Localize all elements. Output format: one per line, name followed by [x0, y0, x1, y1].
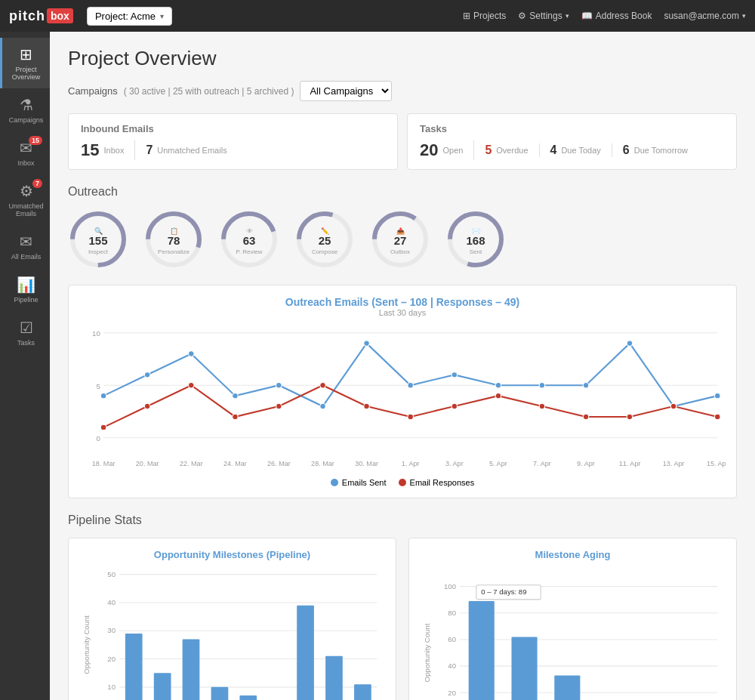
settings-chevron-icon: ▾	[565, 12, 569, 20]
unmatched-icon: ⚙	[20, 182, 33, 200]
campaigns-dropdown[interactable]: All Campaigns	[300, 81, 392, 101]
svg-point-42	[364, 341, 369, 346]
svg-text:168: 168	[466, 234, 485, 247]
nav-projects-link[interactable]: ⊞ Projects	[463, 11, 506, 21]
svg-text:Inspect: Inspect	[88, 248, 109, 255]
inbox-label: Inbox	[103, 146, 124, 155]
main-content: Project Overview Campaigns ( 30 active |…	[50, 32, 755, 700]
svg-text:40: 40	[107, 598, 116, 606]
svg-text:26. Mar: 26. Mar	[267, 460, 291, 467]
svg-text:3. Apr: 3. Apr	[445, 460, 464, 467]
inbox-count: 15	[81, 140, 99, 160]
svg-text:30. Mar: 30. Mar	[355, 460, 378, 467]
svg-point-51	[100, 424, 106, 430]
svg-text:P. Review: P. Review	[236, 248, 263, 255]
svg-text:11. Apr: 11. Apr	[619, 460, 641, 467]
dashboard-icon: ⊞	[20, 45, 32, 63]
sidebar-item-unmatched-emails[interactable]: 7 ⚙ UnmatchedEmails	[0, 174, 50, 225]
svg-text:30: 30	[107, 626, 116, 634]
top-nav: pitch box Project: Acme ▾ ⊞ Projects ⚙ S…	[0, 0, 755, 32]
svg-point-62	[583, 414, 588, 419]
sent-legend-label: Emails Sent	[342, 478, 387, 487]
overdue-count: 5	[485, 143, 492, 157]
svg-point-59	[451, 403, 457, 409]
address-book-icon: 📖	[581, 11, 593, 21]
sidebar-label-campaigns: Campaigns	[9, 116, 44, 124]
nav-user-menu[interactable]: susan@acme.com ▾	[664, 11, 746, 21]
open-count: 20	[420, 140, 438, 160]
unmatched-stat: 7 Unmatched Emails	[135, 143, 237, 157]
svg-point-57	[364, 403, 369, 409]
sidebar-item-project-overview[interactable]: ⊞ ProjectOverview	[0, 38, 50, 88]
svg-point-46	[539, 383, 544, 388]
pipeline-chart-card: Opportunity Milestones (Pipeline) Opport…	[68, 538, 396, 700]
logo-pitch: pitch	[9, 8, 45, 24]
svg-rect-94	[125, 634, 143, 700]
open-stat: 20 Open	[420, 140, 474, 160]
svg-text:5: 5	[96, 382, 100, 390]
svg-rect-132	[554, 675, 580, 700]
pipeline-grid: Opportunity Milestones (Pipeline) Opport…	[68, 538, 737, 700]
inbound-emails-card: Inbound Emails 15 Inbox 7 Unmatched Emai…	[68, 113, 398, 170]
response-legend: Email Responses	[399, 478, 475, 487]
aging-bar-chart: Opportunity Count 020406080100 0 – 7 day…	[420, 566, 726, 700]
svg-text:15. Apr: 15. Apr	[707, 460, 726, 467]
sidebar-item-campaigns[interactable]: ⚗ Campaigns	[0, 88, 50, 131]
svg-text:Compose: Compose	[312, 248, 338, 255]
svg-point-56	[320, 383, 325, 388]
sent-legend: Emails Sent	[331, 478, 387, 487]
settings-icon: ⚙	[518, 11, 526, 21]
logo-box: box	[47, 8, 73, 23]
outreach-circles: 🔍 155 Inspect 📋 78 Personalize 👁 63 P. R…	[68, 209, 737, 270]
project-selector[interactable]: Project: Acme ▾	[87, 7, 172, 26]
sidebar-item-pipeline[interactable]: 📊 Pipeline	[0, 268, 50, 311]
svg-text:0 – 7 days: 89: 0 – 7 days: 89	[481, 587, 526, 596]
sidebar-item-inbox[interactable]: 15 ✉ Inbox	[0, 131, 50, 174]
svg-point-60	[495, 393, 501, 398]
sidebar-item-all-emails[interactable]: ✉ All Emails	[0, 225, 50, 268]
chart-legend: Emails Sent Email Responses	[79, 478, 726, 487]
outreach-title: Outreach	[68, 185, 737, 199]
outreach-circle-p.-review: 👁 63 P. Review	[219, 209, 279, 270]
svg-point-53	[189, 383, 194, 388]
svg-point-39	[233, 393, 238, 398]
outreach-circle-compose: ✏️ 25 Compose	[294, 209, 355, 270]
svg-text:5. Apr: 5. Apr	[489, 460, 507, 467]
svg-point-52	[144, 403, 149, 409]
outreach-circle-sent: ✉️ 168 Sent	[445, 209, 506, 270]
nav-settings-link[interactable]: ⚙ Settings ▾	[518, 11, 569, 21]
open-label: Open	[442, 146, 463, 155]
inbox-badge: 15	[29, 136, 42, 145]
inbound-stats: 15 Inbox 7 Unmatched Emails	[81, 140, 385, 160]
svg-point-61	[539, 403, 544, 409]
svg-text:Opportunity Count: Opportunity Count	[423, 623, 431, 682]
svg-point-38	[189, 351, 194, 356]
svg-text:63: 63	[243, 234, 256, 247]
sidebar-label-all-emails: All Emails	[11, 253, 42, 261]
nav-address-book-link[interactable]: 📖 Address Book	[581, 11, 652, 21]
svg-point-36	[100, 393, 106, 398]
overdue-stat: 5 Overdue	[474, 143, 539, 157]
due-today-count: 4	[550, 143, 557, 157]
svg-point-58	[408, 414, 413, 419]
sidebar-label-pipeline: Pipeline	[14, 296, 38, 304]
svg-text:Personalize: Personalize	[158, 248, 190, 255]
line-chart: 0510 18. Mar20. Mar22. Mar24. Mar26. Mar…	[79, 325, 726, 473]
pipeline-chart-title: Opportunity Milestones (Pipeline)	[79, 549, 385, 560]
inbox-stat: 15 Inbox	[81, 140, 135, 160]
sidebar: ⊞ ProjectOverview ⚗ Campaigns 15 ✉ Inbox…	[0, 32, 50, 700]
svg-text:25: 25	[319, 234, 331, 247]
sidebar-item-tasks[interactable]: ☑ Tasks	[0, 311, 50, 354]
svg-rect-130	[469, 601, 495, 700]
due-tomorrow-stat: 6 Due Tomorrow	[612, 143, 698, 157]
all-emails-icon: ✉	[20, 233, 32, 251]
stats-grid: Inbound Emails 15 Inbox 7 Unmatched Emai…	[68, 113, 737, 170]
svg-text:78: 78	[168, 234, 180, 247]
due-tomorrow-count: 6	[623, 143, 630, 157]
inbound-emails-title: Inbound Emails	[81, 123, 385, 134]
svg-point-48	[627, 341, 632, 346]
outreach-circle-inspect: 🔍 155 Inspect	[68, 209, 128, 270]
due-today-label: Due Today	[561, 146, 600, 155]
svg-rect-102	[354, 684, 371, 700]
svg-text:9. Apr: 9. Apr	[577, 460, 595, 467]
